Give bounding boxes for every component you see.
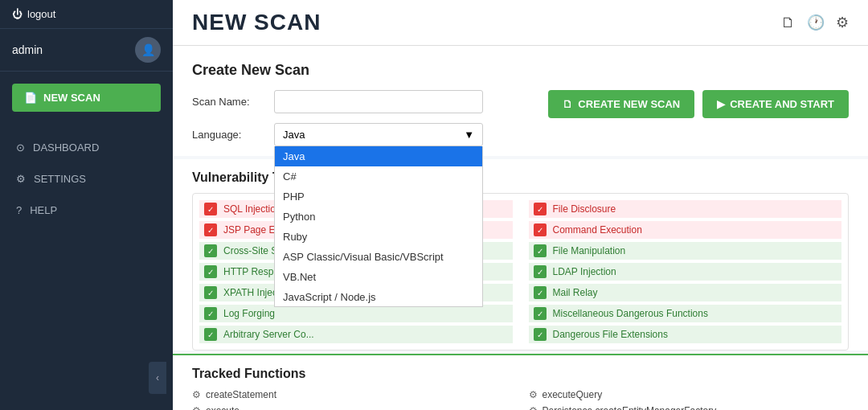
language-option[interactable]: ASP Classic/Visual Basic/VBScript: [275, 247, 482, 267]
new-scan-label: NEW SCAN: [43, 92, 100, 104]
tracked-fn-label: Persistence.createEntityManagerFactory: [542, 405, 717, 410]
vuln-checkbox[interactable]: ✓: [204, 307, 217, 320]
vuln-label: Log Forging: [223, 308, 275, 319]
language-select-wrapper: Java ▼ JavaC#PHPPythonRubyASP Classic/Vi…: [274, 123, 483, 146]
language-option[interactable]: PHP: [275, 187, 482, 207]
sidebar-item-settings[interactable]: ⚙ SETTINGS: [0, 163, 173, 195]
tracked-item: ⚙executeQuery: [529, 389, 850, 400]
sidebar-item-help[interactable]: ? HELP: [0, 195, 173, 226]
vuln-checkbox[interactable]: ✓: [534, 223, 547, 236]
gear-icon-button[interactable]: ⚙: [836, 14, 849, 31]
file-plus-icon: 🗋: [563, 98, 573, 110]
sidebar: ⏻ logout admin 👤 📄 NEW SCAN ⊙ DASHBOARD …: [0, 0, 173, 410]
vuln-checkbox[interactable]: ✓: [204, 328, 217, 341]
settings-icon: ⚙: [16, 173, 26, 185]
vuln-label: LDAP Injection: [553, 266, 616, 277]
vuln-checkbox[interactable]: ✓: [534, 328, 547, 341]
language-label: Language:: [192, 129, 264, 141]
logout-label: logout: [27, 8, 55, 20]
vuln-item: ✓File Manipulation: [529, 242, 842, 260]
tracked-title: Tracked Functions: [192, 367, 849, 381]
user-info: admin 👤: [0, 29, 173, 72]
language-option[interactable]: VB.Net: [275, 267, 482, 287]
tracked-item: ⚙Persistence.createEntityManagerFactory: [529, 405, 850, 410]
vuln-checkbox[interactable]: ✓: [204, 203, 217, 215]
language-select[interactable]: Java ▼: [274, 123, 483, 146]
tracked-item: ⚙createStatement: [192, 389, 513, 400]
main-header: NEW SCAN 🗋 🕐 ⚙: [173, 0, 868, 46]
create-new-scan-button[interactable]: 🗋 CREATE NEW SCAN: [548, 90, 694, 118]
language-option[interactable]: Java: [275, 146, 482, 166]
language-value: Java: [283, 129, 305, 141]
collapse-button[interactable]: ‹: [149, 362, 166, 394]
vuln-item: ✓File Disclosure: [529, 200, 842, 218]
language-dropdown[interactable]: JavaC#PHPPythonRubyASP Classic/Visual Ba…: [274, 146, 483, 307]
vuln-item: ✓Miscellaneous Dangerous Functions: [529, 305, 842, 322]
action-buttons: 🗋 CREATE NEW SCAN ▶ CREATE AND START: [548, 90, 849, 118]
scan-name-input[interactable]: [274, 90, 483, 113]
vuln-label: Dangerous File Extensions: [553, 329, 668, 340]
play-icon: ▶: [717, 98, 725, 110]
help-label: HELP: [30, 204, 57, 216]
vuln-item: ✓Arbitrary Server Co...: [199, 326, 513, 343]
vuln-label: SQL Injection: [223, 203, 281, 215]
power-icon: ⏻: [12, 8, 23, 20]
vuln-item: ✓Log Forging: [199, 305, 513, 322]
language-option[interactable]: C#: [275, 166, 482, 187]
tracked-fn-label: createStatement: [206, 389, 276, 400]
page-title: NEW SCAN: [192, 10, 321, 35]
vuln-checkbox[interactable]: ✓: [534, 244, 547, 257]
vuln-checkbox[interactable]: ✓: [534, 265, 547, 278]
form-title: Create New Scan: [192, 62, 849, 79]
clock-icon-button[interactable]: 🕐: [807, 14, 825, 31]
sidebar-item-dashboard[interactable]: ⊙ DASHBOARD: [0, 132, 173, 163]
help-icon: ?: [16, 204, 22, 216]
gear-icon: ⚙: [529, 389, 538, 400]
language-option[interactable]: Ruby: [275, 227, 482, 247]
scan-name-row: Scan Name:: [192, 90, 483, 113]
vuln-checkbox[interactable]: ✓: [204, 223, 217, 236]
language-option[interactable]: JavaScript / Node.js: [275, 287, 482, 307]
gear-icon: ⚙: [192, 405, 201, 410]
header-icons: 🗋 🕐 ⚙: [781, 14, 849, 31]
vuln-label: Arbitrary Server Co...: [223, 329, 314, 340]
language-row: Language: Java ▼ JavaC#PHPPythonRubyASP …: [192, 123, 483, 146]
tracked-fn-label: execute: [206, 405, 240, 410]
gear-icon: ⚙: [192, 389, 201, 400]
create-start-label: CREATE AND START: [730, 98, 834, 110]
vuln-label: File Manipulation: [553, 245, 626, 256]
create-and-start-button[interactable]: ▶ CREATE AND START: [702, 90, 849, 118]
vuln-checkbox[interactable]: ✓: [204, 244, 217, 257]
vuln-checkbox[interactable]: ✓: [534, 286, 547, 299]
form-section: Create New Scan Scan Name: Language: Jav…: [173, 46, 868, 156]
vuln-checkbox[interactable]: ✓: [534, 307, 547, 320]
vuln-item: ✓Dangerous File Extensions: [529, 326, 842, 343]
tracked-grid: ⚙createStatement⚙executeQuery⚙execute⚙Pe…: [192, 389, 849, 410]
vuln-checkbox[interactable]: ✓: [204, 265, 217, 278]
vuln-checkbox[interactable]: ✓: [534, 203, 547, 215]
chevron-down-icon: ▼: [464, 129, 474, 141]
logout-button[interactable]: ⏻ logout: [0, 0, 173, 29]
avatar: 👤: [135, 37, 161, 63]
sidebar-collapse: ‹: [0, 362, 173, 394]
tracked-item: ⚙execute: [192, 405, 513, 410]
create-new-label: CREATE NEW SCAN: [578, 98, 680, 110]
file-icon: 📄: [24, 92, 37, 104]
username-label: admin: [12, 43, 43, 56]
tracked-section: Tracked Functions ⚙createStatement⚙execu…: [173, 354, 868, 410]
sidebar-new-scan-button[interactable]: 📄 NEW SCAN: [12, 84, 161, 112]
gear-icon: ⚙: [529, 405, 538, 410]
vuln-label: Mail Relay: [553, 287, 598, 298]
vuln-label: Command Execution: [553, 224, 642, 236]
file-icon-button[interactable]: 🗋: [781, 14, 796, 31]
scan-name-label: Scan Name:: [192, 96, 264, 108]
language-option[interactable]: Python: [275, 207, 482, 227]
vuln-item: ✓Command Execution: [529, 221, 842, 239]
dashboard-label: DASHBOARD: [33, 141, 99, 154]
vuln-label: File Disclosure: [553, 203, 616, 215]
vuln-checkbox[interactable]: ✓: [204, 286, 217, 299]
main-content: NEW SCAN 🗋 🕐 ⚙ Create New Scan Scan Name…: [173, 0, 868, 410]
sidebar-nav: ⊙ DASHBOARD ⚙ SETTINGS ? HELP: [0, 132, 173, 226]
vuln-label: Miscellaneous Dangerous Functions: [553, 308, 708, 319]
settings-label: SETTINGS: [34, 173, 86, 185]
